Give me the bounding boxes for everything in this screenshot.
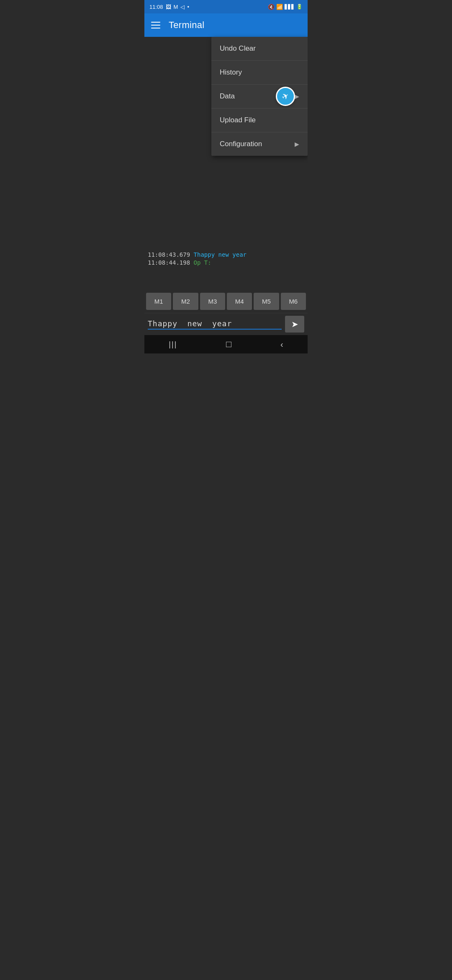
mail-icon: M [174, 4, 178, 10]
data-chevron-icon: ▶ [295, 93, 299, 100]
dropdown-menu: Undo Clear History Data ✈ ▶ Upload File … [211, 37, 308, 156]
status-time: 11:08 [149, 4, 163, 10]
status-right: 🔇 📶 ▋▋▋ 🔋 [268, 4, 303, 10]
menu-overlay[interactable] [144, 37, 211, 353]
battery-icon: 🔋 [296, 4, 303, 10]
hamburger-menu-button[interactable] [151, 22, 160, 28]
data-label: Data [220, 92, 235, 101]
nav-back-icon[interactable]: ‹ [280, 340, 283, 349]
telegram-badge: ✈ [276, 87, 295, 106]
menu-item-history[interactable]: History [211, 61, 308, 85]
configuration-chevron-icon: ▶ [295, 141, 299, 147]
macro-button-m5[interactable]: M5 [254, 293, 279, 310]
menu-item-configuration[interactable]: Configuration ▶ [211, 132, 308, 156]
nav-home-icon[interactable]: □ [226, 339, 231, 350]
menu-item-upload-file[interactable]: Upload File [211, 108, 308, 132]
image-icon: 🖼 [166, 4, 171, 10]
menu-item-data[interactable]: Data ✈ ▶ [211, 85, 308, 108]
menu-item-undo-clear[interactable]: Undo Clear [211, 37, 308, 61]
wifi-icon: 📶 [276, 4, 283, 10]
send-icon: ➤ [291, 319, 298, 329]
dot-icon: • [187, 4, 189, 10]
upload-file-label: Upload File [220, 116, 256, 124]
send-button[interactable]: ➤ [285, 316, 304, 333]
send-icon: ◁ [180, 4, 185, 10]
signal-icon: ▋▋▋ [285, 4, 295, 10]
undo-clear-label: Undo Clear [220, 44, 256, 53]
macro-button-m4[interactable]: M4 [227, 293, 252, 310]
app-title: Terminal [169, 20, 205, 31]
history-label: History [220, 68, 242, 77]
mute-icon: 🔇 [268, 4, 275, 10]
app-bar: Terminal [144, 13, 308, 37]
status-bar: 11:08 🖼 M ◁ • 🔇 📶 ▋▋▋ 🔋 [144, 0, 308, 13]
status-left: 11:08 🖼 M ◁ • [149, 4, 189, 10]
telegram-icon: ✈ [280, 90, 291, 102]
configuration-label: Configuration [220, 140, 262, 148]
macro-button-m6[interactable]: M6 [281, 293, 306, 310]
